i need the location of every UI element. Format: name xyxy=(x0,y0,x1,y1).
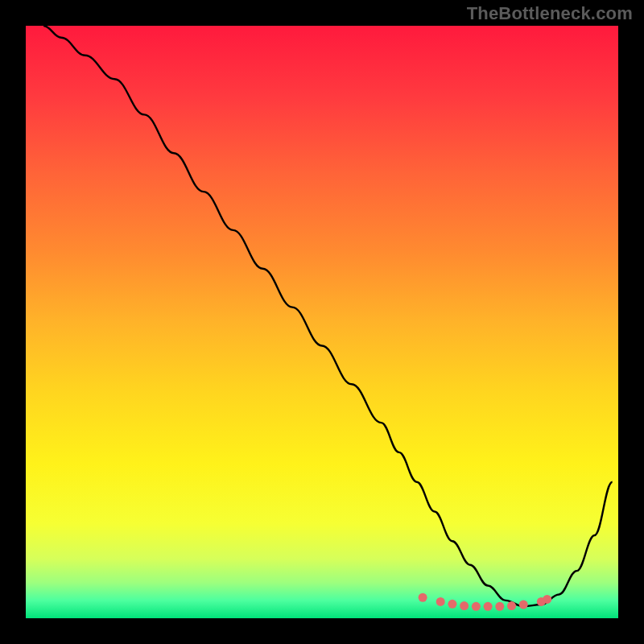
marker-dot xyxy=(495,602,504,611)
marker-dot xyxy=(484,602,493,611)
gradient-background xyxy=(26,26,618,618)
marker-dot xyxy=(543,595,551,604)
marker-dot xyxy=(436,597,445,606)
marker-dot xyxy=(472,602,481,611)
marker-dot xyxy=(460,601,469,610)
marker-dot xyxy=(419,593,427,602)
marker-dot xyxy=(507,601,516,610)
plot-area xyxy=(26,26,618,618)
chart-svg xyxy=(26,26,618,618)
marker-dot xyxy=(448,600,456,609)
watermark-text: TheBottleneck.com xyxy=(467,3,633,24)
marker-dot xyxy=(519,601,528,609)
chart-root: TheBottleneck.com xyxy=(0,0,644,644)
